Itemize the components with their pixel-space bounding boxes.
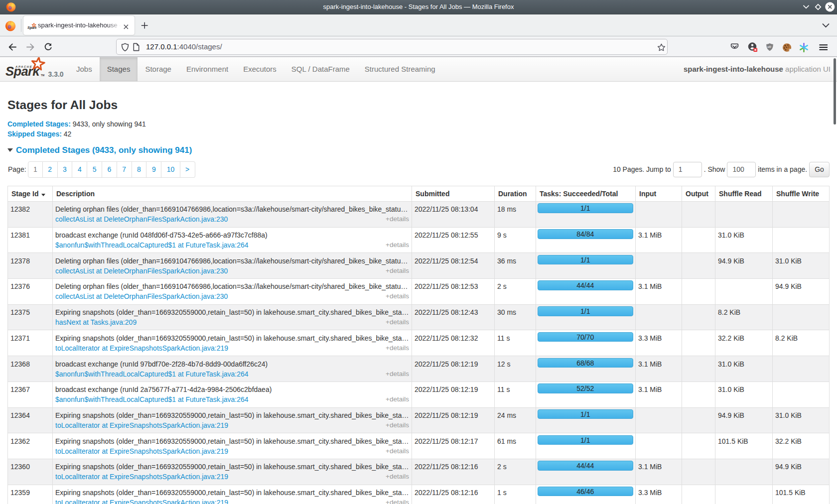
svg-text:uO: uO	[767, 45, 771, 48]
svg-text:APACHE: APACHE	[15, 65, 32, 68]
svg-text:TM: TM	[41, 74, 44, 77]
